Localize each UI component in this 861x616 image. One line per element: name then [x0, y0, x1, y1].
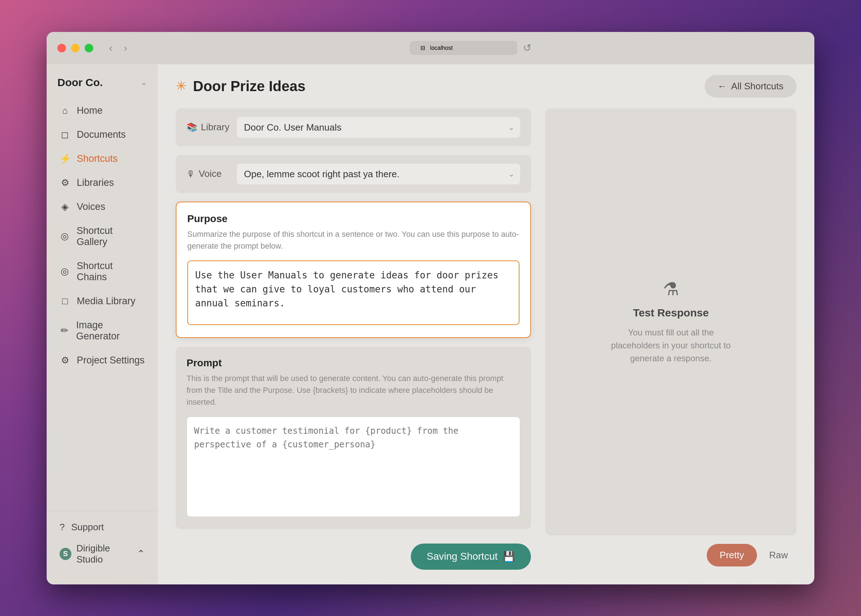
- page-title-icon: ✳: [176, 79, 187, 94]
- workspace-selector[interactable]: Door Co. ⌄: [47, 73, 158, 99]
- prompt-title: Prompt: [187, 357, 520, 369]
- image-generator-icon: ✏: [60, 325, 69, 336]
- sidebar-item-media-library[interactable]: □ Media Library: [52, 290, 152, 313]
- sidebar-item-label-image-generator: Image Generator: [76, 320, 145, 342]
- voice-select[interactable]: Ope, lemme scoot right past ya there.: [237, 163, 520, 184]
- sidebar-item-home[interactable]: ⌂ Home: [52, 99, 152, 122]
- voice-field-row: 🎙 Voice Ope, lemme scoot right past ya t…: [176, 155, 531, 193]
- sidebar-item-label-media-library: Media Library: [77, 295, 136, 307]
- forward-button[interactable]: ›: [121, 41, 130, 55]
- media-library-icon: □: [60, 295, 70, 307]
- prompt-section: Prompt This is the prompt that will be u…: [176, 347, 531, 529]
- page-icon-small: ⊟: [421, 44, 425, 51]
- right-panel: ⚗ Test Response You must fill out all th…: [545, 108, 797, 566]
- voice-select-wrapper: Ope, lemme scoot right past ya there. ⌄: [237, 163, 520, 184]
- support-label: Support: [71, 522, 104, 533]
- prompt-textarea[interactable]: [187, 416, 520, 517]
- prompt-description: This is the prompt that will be used to …: [187, 372, 520, 408]
- all-shortcuts-button[interactable]: ← All Shortcuts: [705, 75, 797, 97]
- address-text: localhost: [430, 45, 453, 51]
- support-icon: ?: [60, 522, 64, 533]
- home-icon: ⌂: [60, 105, 70, 116]
- browser-window: ‹ › ⊟ localhost ↺ Door Co. ⌄ ⌂ Home: [47, 32, 814, 585]
- workspace-footer[interactable]: S Dirigible Studio ⌃: [52, 538, 152, 570]
- sidebar-item-label-project-settings: Project Settings: [77, 355, 145, 366]
- saving-shortcut-button[interactable]: Saving Shortcut 💾: [411, 544, 531, 570]
- traffic-lights: [57, 44, 93, 52]
- library-label: 📚 Library: [187, 122, 229, 133]
- sidebar-item-label-shortcuts: Shortcuts: [77, 153, 118, 164]
- page-title-area: ✳ Door Prize Ideas: [176, 78, 305, 94]
- workspace-name: Door Co.: [57, 76, 103, 89]
- workspace-avatar: S: [60, 548, 71, 560]
- purpose-textarea[interactable]: Use the User Manuals to generate ideas f…: [187, 261, 520, 325]
- documents-icon: ◻: [60, 129, 70, 140]
- sidebar-item-shortcut-gallery[interactable]: ◎ Shortcut Gallery: [52, 220, 152, 253]
- saving-footer: Saving Shortcut 💾: [176, 538, 531, 575]
- sidebar-item-documents[interactable]: ◻ Documents: [52, 123, 152, 146]
- sidebar-item-label-voices: Voices: [77, 201, 105, 212]
- sidebar-item-shortcut-chains[interactable]: ◎ Shortcut Chains: [52, 255, 152, 288]
- shortcut-gallery-icon: ◎: [60, 231, 70, 242]
- workspace-chevron-icon: ⌄: [141, 78, 147, 87]
- shortcuts-icon: ⚡: [60, 153, 70, 164]
- shortcut-chains-icon: ◎: [60, 266, 70, 277]
- support-item[interactable]: ? Support: [52, 517, 152, 538]
- voice-icon: 🎙: [187, 169, 195, 179]
- workspace-footer-label: Dirigible Studio: [76, 543, 137, 565]
- sidebar-item-label-documents: Documents: [77, 129, 126, 140]
- address-bar-field[interactable]: ⊟ localhost: [410, 41, 517, 55]
- purpose-title: Purpose: [187, 213, 520, 225]
- reload-button[interactable]: ↺: [523, 42, 531, 54]
- saving-label: Saving Shortcut: [427, 551, 498, 562]
- sidebar-item-label-home: Home: [77, 105, 103, 116]
- sidebar-item-label-shortcut-chains: Shortcut Chains: [77, 261, 145, 283]
- test-response-text: You must fill out all the placeholders i…: [603, 326, 739, 365]
- pretty-button[interactable]: Pretty: [707, 544, 757, 566]
- flask-icon: ⚗: [663, 279, 679, 300]
- library-icon: 📚: [187, 123, 197, 132]
- workspace-footer-chevron-icon: ⌃: [137, 548, 145, 559]
- sidebar: Door Co. ⌄ ⌂ Home ◻ Documents ⚡ Shortcut…: [47, 64, 158, 585]
- page-title: Door Prize Ideas: [193, 78, 305, 94]
- sidebar-item-project-settings[interactable]: ⚙ Project Settings: [52, 349, 152, 372]
- sidebar-item-label-shortcut-gallery: Shortcut Gallery: [77, 225, 145, 248]
- test-response-title: Test Response: [633, 307, 709, 319]
- purpose-card: Purpose Summarize the purpose of this sh…: [176, 202, 531, 338]
- browser-chrome: ‹ › ⊟ localhost ↺: [47, 32, 814, 64]
- all-shortcuts-label: All Shortcuts: [731, 81, 784, 92]
- form-area: 📚 Library Door Co. User Manuals ⌄: [176, 108, 531, 566]
- sidebar-item-label-libraries: Libraries: [77, 177, 114, 189]
- voices-icon: ◈: [60, 201, 70, 212]
- minimize-button[interactable]: [71, 44, 80, 52]
- maximize-button[interactable]: [85, 44, 93, 52]
- libraries-icon: ⚙: [60, 177, 70, 189]
- page-header: ✳ Door Prize Ideas ← All Shortcuts: [158, 64, 814, 108]
- library-field-row: 📚 Library Door Co. User Manuals ⌄: [176, 108, 531, 146]
- nav-buttons: ‹ ›: [106, 41, 130, 55]
- library-select[interactable]: Door Co. User Manuals: [237, 117, 520, 138]
- sidebar-item-shortcuts[interactable]: ⚡ Shortcuts: [52, 148, 152, 170]
- raw-button[interactable]: Raw: [760, 544, 797, 566]
- address-bar: ⊟ localhost ↺: [137, 41, 804, 55]
- sidebar-item-voices[interactable]: ◈ Voices: [52, 195, 152, 218]
- library-select-wrapper: Door Co. User Manuals ⌄: [237, 117, 520, 138]
- content-area: 📚 Library Door Co. User Manuals ⌄: [158, 108, 814, 585]
- sidebar-item-libraries[interactable]: ⚙ Libraries: [52, 171, 152, 194]
- close-button[interactable]: [57, 44, 66, 52]
- voice-label: 🎙 Voice: [187, 168, 229, 179]
- test-response-card: ⚗ Test Response You must fill out all th…: [545, 108, 797, 535]
- arrow-left-icon: ←: [718, 81, 727, 92]
- response-controls: Pretty Raw: [545, 544, 797, 566]
- nav-section: ⌂ Home ◻ Documents ⚡ Shortcuts ⚙ Librari…: [47, 99, 158, 511]
- back-button[interactable]: ‹: [106, 41, 115, 55]
- project-settings-icon: ⚙: [60, 355, 70, 366]
- app-body: Door Co. ⌄ ⌂ Home ◻ Documents ⚡ Shortcut…: [47, 64, 814, 585]
- sidebar-bottom: ? Support S Dirigible Studio ⌃: [47, 511, 158, 576]
- saving-icon: 💾: [503, 551, 515, 563]
- sidebar-item-image-generator[interactable]: ✏ Image Generator: [52, 314, 152, 348]
- main-content: ✳ Door Prize Ideas ← All Shortcuts 📚 Li: [158, 64, 814, 585]
- purpose-description: Summarize the purpose of this shortcut i…: [187, 228, 520, 252]
- workspace-footer-left: S Dirigible Studio: [60, 543, 137, 565]
